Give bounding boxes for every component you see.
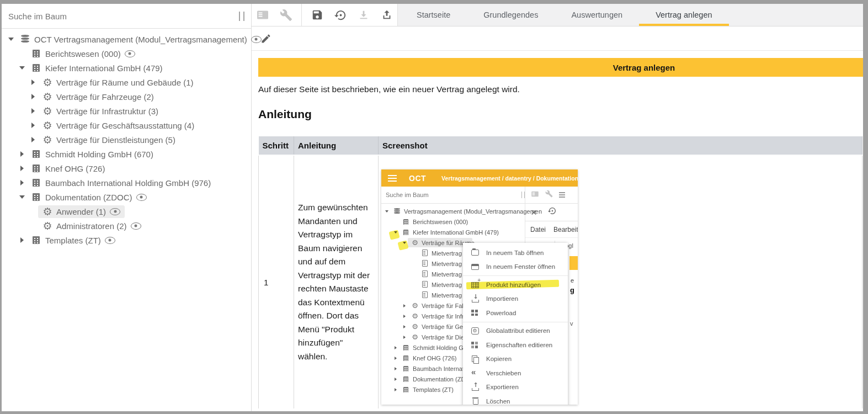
eye-icon[interactable] (131, 222, 141, 230)
context-menu-divider (463, 275, 568, 276)
eye-icon[interactable] (125, 50, 135, 57)
tree-item-label: Kiefer International GmbH (479) (45, 63, 163, 73)
expand-arrow-icon[interactable] (401, 242, 408, 244)
eye-icon[interactable] (251, 36, 262, 43)
context-menu-item[interactable]: Kopieren (463, 352, 568, 367)
hamburger-menu-icon[interactable] (388, 175, 397, 176)
tree-item-icon (42, 221, 52, 230)
tab[interactable]: Auswertungen (555, 4, 639, 26)
expand-arrow-icon[interactable] (6, 38, 16, 41)
search-input[interactable] (7, 11, 239, 22)
expand-arrow-icon[interactable] (401, 304, 408, 307)
tab[interactable]: Grundlegendes (467, 4, 555, 26)
panel-icon[interactable] (255, 7, 270, 23)
tree-item[interactable]: Templates (ZT) (2, 233, 251, 247)
tree-item-icon (411, 312, 419, 320)
context-menu-item[interactable]: Produkt hinzufügen (463, 278, 568, 292)
tree-item-icon (402, 386, 410, 393)
expand-arrow-icon[interactable] (392, 367, 399, 370)
expand-arrow-icon[interactable] (17, 151, 27, 157)
download-icon[interactable] (356, 7, 371, 23)
expand-arrow-icon[interactable] (392, 231, 399, 233)
tree-item[interactable]: Verträge für Fahrzeuge (2) (2, 89, 251, 104)
expand-arrow-icon[interactable] (28, 123, 38, 128)
tree-item[interactable]: OCT Vertragsmanagement (Modul_Vertragsma… (2, 32, 251, 46)
expand-arrow-icon[interactable] (17, 66, 27, 70)
tree-item[interactable]: Baumbach International Holding GmbH (976… (2, 176, 251, 190)
context-menu-item[interactable]: Powerload (463, 306, 568, 320)
context-menu-entry: Powerload (463, 306, 568, 322)
eye-icon[interactable] (110, 208, 120, 215)
upload-icon[interactable] (379, 7, 395, 23)
wrench-icon[interactable] (545, 190, 553, 200)
expand-arrow-icon[interactable] (17, 166, 27, 171)
expand-arrow-icon[interactable] (17, 180, 27, 185)
tree-item[interactable]: Verträge für Räume und Gebäude (1) (2, 75, 251, 89)
expand-arrow-icon[interactable] (384, 210, 390, 213)
tree-item-label: Berichtswesen (000) (413, 219, 468, 225)
eye-icon[interactable] (105, 237, 115, 244)
tree-item[interactable]: Dokumentation (ZDOC) (2, 190, 251, 204)
expand-arrow-icon[interactable] (401, 325, 408, 328)
context-menu-item[interactable]: Importieren (463, 292, 568, 306)
tab[interactable]: Startseite (400, 4, 467, 26)
expand-arrow-icon[interactable] (392, 357, 399, 360)
menu-bearbeiten[interactable]: Bearbeiten (553, 226, 578, 233)
expand-arrow-icon[interactable] (392, 388, 399, 391)
tree-item[interactable]: Vertragsmanagement (Modul_Vertragsmanage… (381, 206, 525, 216)
expand-arrow-icon[interactable] (28, 137, 38, 142)
expand-arrow-icon[interactable] (401, 315, 408, 318)
tree-item[interactable]: Verträge für Infrastruktur (3) (2, 104, 251, 118)
tree-item[interactable]: Anwender (1) (2, 204, 251, 219)
embedded-search-placeholder[interactable]: Suche im Baum (386, 192, 521, 198)
tree-item[interactable]: Berichtswesen (000) (2, 46, 251, 61)
context-menu-item[interactable]: Globalattribut editieren (463, 324, 568, 338)
tree-item[interactable]: Knef OHG (726) (2, 161, 251, 176)
expand-arrow-icon[interactable] (28, 79, 38, 85)
table-row: 1 Zum gewünschten Mandanten und Vertrags… (259, 155, 862, 408)
context-menu-entry: Exportieren (463, 380, 568, 395)
tab-label: Grundlegendes (483, 10, 538, 19)
expand-arrow-icon[interactable] (28, 94, 38, 99)
wrench-icon[interactable] (278, 7, 294, 23)
context-menu-item[interactable]: Verschieben (463, 366, 568, 380)
tree-item-icon (20, 35, 30, 44)
tree-item-icon (393, 208, 401, 215)
context-menu-item[interactable]: Exportieren (463, 380, 568, 395)
context-menu-item-label: Löschen (486, 398, 510, 405)
history-icon[interactable] (333, 7, 348, 23)
tree-item[interactable]: Administratoren (2) (2, 219, 251, 233)
tree-item[interactable]: Berichtswesen (000) (381, 216, 525, 227)
section-heading: Anleitung (258, 108, 863, 121)
save-icon[interactable] (310, 7, 325, 23)
eye-icon[interactable] (136, 194, 147, 201)
expand-arrow-icon[interactable] (392, 378, 399, 381)
list-icon[interactable] (559, 192, 565, 193)
tree-item[interactable]: Schmidt Holding GmbH (670) (2, 147, 251, 161)
expand-arrow-icon[interactable] (401, 336, 408, 339)
menu-datei[interactable]: Datei (530, 226, 546, 233)
tab[interactable]: Vertrag anlegen (639, 4, 728, 26)
context-menu-item[interactable]: Löschen (463, 394, 568, 405)
tree-item[interactable]: Verträge für Geschäftsausstattung (4) (2, 118, 251, 132)
tree-item[interactable]: Kiefer International GmbH (479) (381, 227, 525, 237)
context-menu-item-icon (471, 309, 480, 317)
tree-item-icon (421, 291, 429, 299)
tree-item[interactable]: Kiefer International GmbH (479) (2, 61, 251, 75)
context-menu-item[interactable]: In neuem Tab öffnen (463, 246, 568, 260)
context-menu-item-icon (471, 369, 480, 377)
panel-icon[interactable] (531, 190, 539, 200)
context-menu-item[interactable]: In neuem Fenster öffnen (463, 260, 568, 274)
context-menu-entry: In neuem Fenster öffnen (463, 260, 568, 277)
history-icon[interactable] (548, 206, 557, 217)
expand-arrow-icon[interactable] (392, 346, 399, 349)
expand-arrow-icon[interactable] (17, 195, 27, 199)
tree-item[interactable]: Verträge für Dienstleistungen (5) (2, 132, 251, 147)
splitter-drag-handle[interactable] (239, 12, 244, 21)
expand-arrow-icon[interactable] (28, 108, 38, 114)
context-menu-item-label: Powerload (486, 310, 516, 316)
context-menu-item[interactable]: Eigenschaften editieren (463, 338, 568, 352)
tree-item-icon (42, 135, 52, 144)
expand-arrow-icon[interactable] (17, 237, 27, 243)
embedded-brand: OCT (409, 174, 426, 183)
